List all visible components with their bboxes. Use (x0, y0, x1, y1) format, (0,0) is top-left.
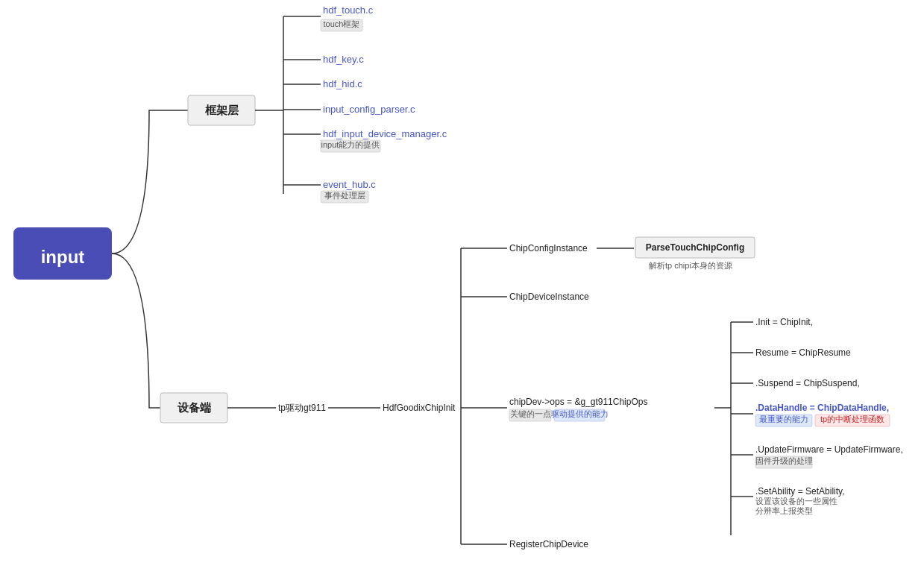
mindmap: input 框架层 hdf_touch.c touch框架 hdf_key.c … (0, 0, 924, 586)
tag-setability1: 设置该设备的一些属性 (755, 497, 837, 505)
hdf-touch-label: hdf_touch.c (323, 4, 374, 16)
hdf-init-label: HdfGoodixChipInit (383, 403, 456, 413)
root-label: input (41, 247, 85, 267)
hdf-key-label: hdf_key.c (323, 54, 364, 65)
op-resume-label: Resume = ChipResume (755, 347, 851, 358)
hdf-hid-label: hdf_hid.c (323, 78, 362, 89)
event-hub-label: event_hub.c (323, 179, 376, 190)
device-label: 设备端 (177, 401, 211, 414)
framework-label: 框架层 (204, 104, 239, 116)
chip-device-label: ChipDeviceInstance (509, 292, 589, 302)
tag-most-important-text: 最重要的能力 (759, 415, 808, 423)
tp-label: tp驱动gt911 (278, 403, 326, 413)
tag-event-text: 事件处理层 (324, 191, 365, 200)
op-init-label: .Init = ChipInit, (755, 317, 813, 327)
op-datahandle-label: .DataHandle = ChipDataHandle, (755, 403, 889, 413)
tag-firmware-text: 固件升级的处理 (755, 456, 813, 465)
line-root-device (112, 253, 188, 408)
input-config-label: input_config_parser.c (323, 104, 415, 115)
line-root-framework (112, 110, 188, 253)
op-suspend-label: .Suspend = ChipSuspend, (755, 378, 860, 388)
tag-input-ability-text: input能力的提供 (321, 140, 380, 149)
op-firmware-label: .UpdateFirmware = UpdateFirmware, (755, 444, 903, 455)
op-setability-label: .SetAbility = SetAbility, (755, 486, 845, 497)
chipdev-ops-label: chipDev->ops = &g_gt911ChipOps (509, 397, 647, 407)
tag-setability2: 分辨率上报类型 (755, 506, 813, 515)
chip-config-label: ChipConfigInstance (509, 243, 588, 253)
hdf-idm-label: hdf_input_device_manager.c (323, 128, 447, 139)
register-label: RegisterChipDevice (509, 539, 588, 549)
parse-chip-tag: 解析tp chipi本身的资源 (649, 261, 732, 270)
tag-key-point-text: 关键的一点 (510, 409, 551, 418)
tag-interrupt-handler-text: tp的中断处理函数 (820, 415, 884, 423)
parse-chip-label: ParseTouchChipConfig (646, 242, 744, 253)
tag-drive-ability-text: 驱动提供的能力 (551, 409, 609, 418)
tag-touch-text: touch框架 (324, 19, 360, 28)
